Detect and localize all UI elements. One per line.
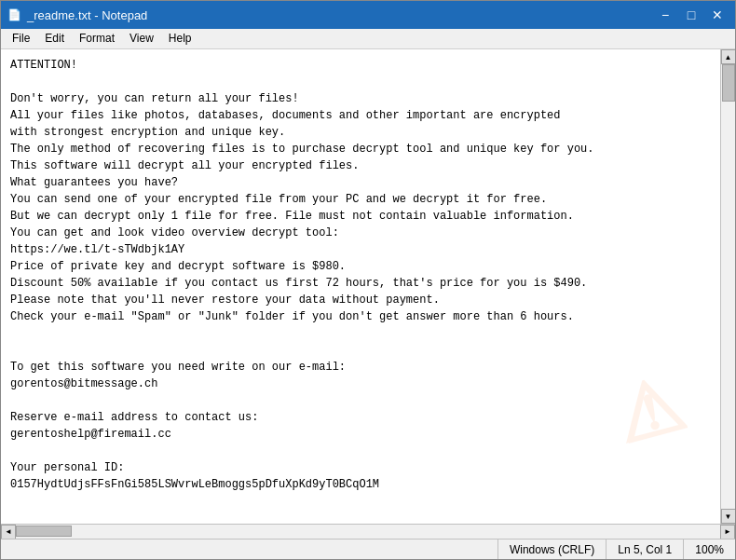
menu-edit[interactable]: Edit (37, 31, 72, 47)
menu-bar: File Edit Format View Help (1, 29, 735, 49)
title-controls: − □ ✕ (653, 6, 729, 24)
title-bar: 📄 _readme.txt - Notepad − □ ✕ (1, 1, 735, 29)
watermark: ⚠ (603, 349, 697, 475)
maximize-button[interactable]: □ (679, 6, 703, 24)
menu-help[interactable]: Help (161, 31, 199, 47)
scroll-thumb-vertical[interactable] (722, 64, 735, 102)
status-bar: Windows (CRLF) Ln 5, Col 1 100% (1, 539, 735, 559)
app-icon: 📄 (7, 7, 21, 22)
scroll-track-vertical[interactable] (721, 64, 735, 509)
scroll-track-horizontal[interactable] (16, 525, 720, 539)
scroll-thumb-horizontal[interactable] (16, 526, 72, 537)
zoom-status: 100% (683, 540, 735, 559)
scroll-up-button[interactable]: ▲ (721, 49, 736, 64)
menu-file[interactable]: File (5, 31, 37, 47)
encoding-status: Windows (CRLF) (497, 540, 606, 559)
vertical-scrollbar[interactable]: ▲ ▼ (720, 49, 735, 524)
minimize-button[interactable]: − (653, 6, 677, 24)
bottom-bar: ◄ ► Windows (CRLF) Ln 5, Col 1 100% (1, 524, 735, 559)
notepad-window: 📄 _readme.txt - Notepad − □ ✕ File Edit … (0, 0, 736, 560)
scroll-left-button[interactable]: ◄ (1, 525, 16, 540)
menu-view[interactable]: View (122, 31, 161, 47)
title-bar-left: 📄 _readme.txt - Notepad (7, 7, 147, 22)
horizontal-scrollbar[interactable]: ◄ ► (1, 524, 735, 539)
menu-format[interactable]: Format (72, 31, 122, 47)
window-title: _readme.txt - Notepad (27, 8, 147, 22)
scroll-down-button[interactable]: ▼ (721, 509, 736, 524)
scroll-right-button[interactable]: ► (720, 525, 735, 540)
close-button[interactable]: ✕ (705, 6, 729, 24)
text-editor[interactable]: ATTENTION! Don't worry, you can return a… (1, 49, 720, 524)
position-status: Ln 5, Col 1 (606, 540, 683, 559)
content-area: ATTENTION! Don't worry, you can return a… (1, 49, 735, 524)
